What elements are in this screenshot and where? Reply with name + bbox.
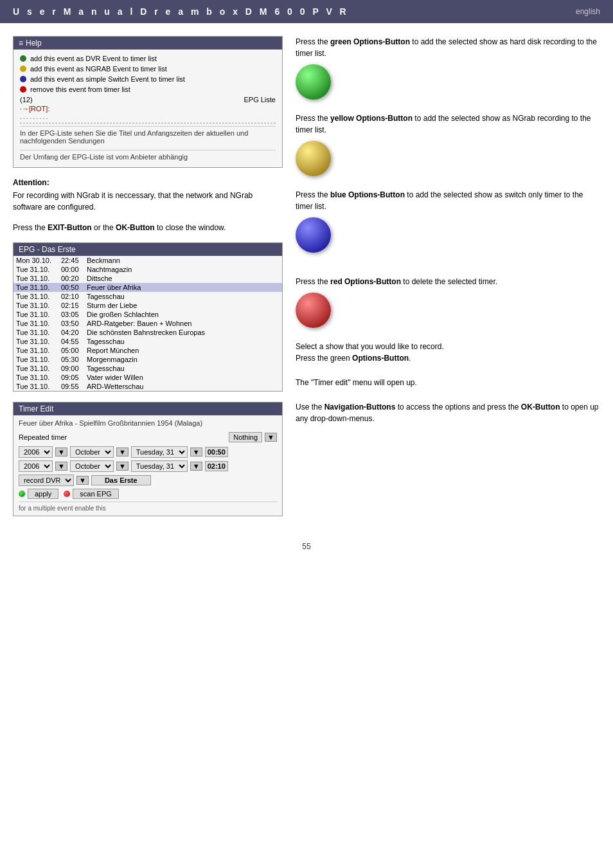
epg-title: ARD-Ratgeber: Bauen + Wohnen	[84, 319, 282, 328]
epg-table-row[interactable]: Tue 31.10. 09:05 Vater wider Willen	[13, 373, 282, 382]
green-button-image	[296, 64, 331, 100]
right-section-nav: Use the Navigation-Buttons to access the…	[296, 401, 600, 424]
epg-table-row[interactable]: Tue 31.10. 03:50 ARD-Ratgeber: Bauen + W…	[13, 319, 282, 328]
scan-epg-button[interactable]: scan EPG	[64, 489, 119, 499]
exit-button-label: EXIT-Button	[48, 223, 92, 232]
timer-record-select[interactable]: record DVR	[19, 475, 74, 486]
nothing-arrow[interactable]: ▼	[265, 433, 277, 442]
red-button-text: Press the red Options-Button to delete t…	[296, 276, 600, 287]
month-arrow-2[interactable]: ▼	[116, 462, 129, 471]
scan-red-icon	[64, 491, 70, 497]
help-info-text2: Der Umfang der EPG-Liste ist vom Anbiete…	[20, 150, 276, 163]
right-section-red: Press the red Options-Button to delete t…	[296, 276, 600, 328]
epg-title: Tagesschau	[84, 337, 282, 346]
timer-year-select-1[interactable]: 2006	[19, 446, 53, 458]
epg-table: Mon 30.10. 22:45 Beckmann Tue 31.10. 00:…	[13, 256, 282, 391]
epg-table-row[interactable]: Tue 31.10. 00:20 Dittsche	[13, 274, 282, 283]
rot-label: ·→[ROT]:	[20, 105, 276, 113]
nav-buttons-text: Use the Navigation-Buttons to access the…	[296, 401, 600, 424]
epg-table-row[interactable]: Tue 31.10. 05:30 Morgenmagazin	[13, 355, 282, 364]
epg-table-wrapper: Mon 30.10. 22:45 Beckmann Tue 31.10. 00:…	[13, 256, 282, 391]
epg-date: Tue 31.10.	[13, 373, 58, 382]
ok-button-label: OK-Button	[116, 223, 155, 232]
epg-title: Nachtmagazin	[84, 265, 282, 274]
epg-date: Tue 31.10.	[13, 328, 58, 337]
epg-table-row[interactable]: Tue 31.10. 03:05 Die großen Schlachten	[13, 310, 282, 319]
epg-table-row[interactable]: Tue 31.10. 02:15 Sturm der Liebe	[13, 301, 282, 310]
page-title: U s e r M a n u a l D r e a m b o x D M …	[13, 6, 349, 17]
epg-time: 05:30	[58, 355, 84, 364]
nothing-value: Nothing	[229, 432, 262, 442]
epg-table-row[interactable]: Tue 31.10. 04:20 Die schönsten Bahnstrec…	[13, 328, 282, 337]
right-section-yellow: Press the yellow Options-Button to add t…	[296, 113, 600, 176]
epg-time: 09:00	[58, 364, 84, 373]
epg-date: Tue 31.10.	[13, 292, 58, 301]
timer-month-select-2[interactable]: October	[70, 460, 114, 472]
day-arrow-1[interactable]: ▼	[190, 448, 202, 457]
month-arrow-1[interactable]: ▼	[116, 448, 129, 457]
epg-table-row[interactable]: Tue 31.10. 00:00 Nachtmagazin	[13, 265, 282, 274]
timer-edit-box: Timer Edit Feuer über Afrika - Spielfilm…	[13, 402, 283, 516]
timer-year-select-2[interactable]: 2006	[19, 460, 53, 472]
day-arrow-2[interactable]: ▼	[190, 462, 202, 471]
divider	[20, 123, 276, 123]
epg-date: Tue 31.10.	[13, 265, 58, 274]
navigation-buttons-label: Navigation-Buttons	[324, 402, 396, 411]
epg-table-row[interactable]: Mon 30.10. 22:45 Beckmann	[13, 256, 282, 265]
epg-table-row[interactable]: Tue 31.10. 00:50 Feuer über Afrika	[13, 283, 282, 292]
epg-date: Tue 31.10.	[13, 364, 58, 373]
epg-date: Tue 31.10.	[13, 283, 58, 292]
year-arrow-2[interactable]: ▼	[55, 462, 67, 471]
timer-edit-title: Timer Edit	[13, 402, 282, 415]
epg-date: Tue 31.10.	[13, 310, 58, 319]
help-box-title: Help	[13, 37, 282, 50]
help-box: Help add this event as DVR Event to time…	[13, 36, 283, 168]
epg-table-row[interactable]: Tue 31.10. 04:55 Tagesschau	[13, 337, 282, 346]
repeated-timer-row: Repeated timer Nothing ▼	[19, 431, 277, 444]
apply-button[interactable]: apply	[19, 489, 58, 499]
epg-time: 03:05	[58, 310, 84, 319]
epg-table-row[interactable]: Tue 31.10. 02:10 Tagesschau	[13, 292, 282, 301]
right-section-blue: Press the blue Options-Button to add the…	[296, 189, 600, 253]
epg-title: Morgenmagazin	[84, 355, 282, 364]
timer-channel-label: Das Erste	[91, 475, 151, 485]
epg-time: 00:20	[58, 274, 84, 283]
timer-record-row: record DVR ▼ Das Erste	[19, 475, 277, 486]
nothing-dropdown[interactable]: Nothing ▼	[229, 432, 277, 442]
epg-time: 02:15	[58, 301, 84, 310]
epg-table-row[interactable]: Tue 31.10. 05:00 Report München	[13, 346, 282, 355]
epg-date: Tue 31.10.	[13, 301, 58, 310]
epg-time: 00:50	[58, 283, 84, 292]
epg-table-row[interactable]: Tue 31.10. 09:55 ARD-Wetterschau	[13, 382, 282, 391]
blue-options-label: blue Options-Button	[330, 190, 405, 199]
epg-time: 04:20	[58, 328, 84, 337]
timer-end-time: 02:10	[205, 461, 228, 471]
epg-row: (12) EPG Liste	[20, 95, 276, 105]
red-options-label: red Options-Button	[330, 277, 401, 286]
timer-day-select-2[interactable]: Tuesday, 31	[131, 460, 188, 472]
repeated-timer-label: Repeated timer	[19, 433, 67, 441]
yellow-button-image	[296, 141, 331, 176]
ok-button-label2: OK-Button	[521, 402, 560, 411]
epg-table-row[interactable]: Tue 31.10. 09:00 Tagesschau	[13, 364, 282, 373]
timer-movie-title: Feuer über Afrika - Spielfilm Großbritan…	[19, 419, 277, 427]
epg-title: ARD-Wetterschau	[84, 382, 282, 391]
timer-apply-row: apply scan EPG	[19, 489, 277, 499]
epg-time: 09:05	[58, 373, 84, 382]
blue-button-image	[296, 217, 331, 253]
epg-time: 09:55	[58, 382, 84, 391]
attention-title: Attention:	[13, 178, 283, 187]
timer-day-select-1[interactable]: Tuesday, 31	[131, 446, 188, 458]
attention-text: For recording with NGrab it is neccessar…	[13, 190, 283, 213]
timer-month-select-1[interactable]: October	[70, 446, 114, 458]
epg-time: 22:45	[58, 256, 84, 265]
epg-title: Report München	[84, 346, 282, 355]
epg-box: EPG - Das Erste Mon 30.10. 22:45 Beckman…	[13, 242, 283, 392]
help-item-dvr: add this event as DVR Event to timer lis…	[20, 53, 276, 64]
record-arrow[interactable]: ▼	[76, 476, 89, 485]
year-arrow-1[interactable]: ▼	[55, 448, 67, 457]
blue-dot-icon	[20, 76, 26, 82]
epg-title: Sturm der Liebe	[84, 301, 282, 310]
apply-green-icon	[19, 491, 25, 497]
dots-separator: .........	[20, 113, 276, 120]
